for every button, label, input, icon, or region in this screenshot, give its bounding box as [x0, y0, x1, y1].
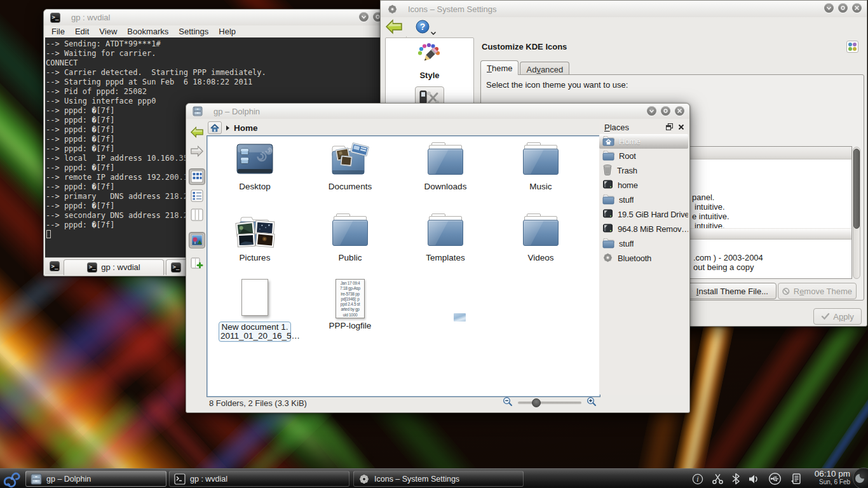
maximize-button[interactable] — [838, 3, 848, 13]
list-item-fragment: intuitive. — [695, 202, 725, 212]
places-item-label: 964.8 MiB Remov… — [618, 224, 688, 234]
menu-settings[interactable]: Settings — [173, 25, 214, 37]
app-launcher-button[interactable] — [1, 470, 23, 488]
device-notifier-icon[interactable] — [768, 472, 782, 485]
split-view-icon — [191, 257, 203, 269]
menu-file[interactable]: File — [46, 25, 70, 37]
volume-icon[interactable] — [748, 473, 760, 485]
icons-view-button[interactable] — [189, 168, 205, 185]
konsole-titlebar[interactable]: >_ gp : wvdial — [44, 10, 402, 25]
clipboard-scissors-icon[interactable] — [712, 473, 724, 485]
svg-text:?: ? — [420, 22, 426, 32]
file-item[interactable]: Music — [493, 142, 588, 191]
menu-help[interactable]: Help — [214, 25, 241, 37]
terminal-line: --> Pid of pppd: 25082 — [46, 87, 400, 97]
zoom-in-button[interactable] — [587, 396, 597, 409]
stray-thumbnail — [454, 313, 466, 322]
scrollbar-thumb[interactable] — [853, 149, 860, 229]
sidebar-item-style[interactable]: Style — [386, 38, 473, 80]
notifications-icon[interactable]: i — [692, 473, 703, 485]
printer-queue-icon[interactable] — [790, 473, 802, 485]
close-button[interactable] — [675, 106, 684, 116]
file-item[interactable]: Downloads — [398, 142, 493, 191]
dolphin-window-title: gp – Dolphin — [214, 107, 260, 116]
back-button[interactable] — [189, 124, 205, 140]
forward-button[interactable] — [189, 143, 205, 159]
places-item-trash[interactable]: Trash — [599, 163, 688, 178]
places-item-home[interactable]: Home — [599, 134, 688, 149]
system-settings-titlebar[interactable]: Icons – System Settings — [381, 1, 867, 17]
file-item[interactable]: Videos — [493, 214, 588, 262]
columns-view-button[interactable] — [189, 207, 205, 223]
home-button[interactable] — [208, 121, 222, 134]
places-item-bluetooth[interactable]: Bluetooth — [599, 251, 688, 266]
home-icon — [210, 124, 219, 132]
minimize-button[interactable] — [359, 12, 369, 22]
style-pencil-icon — [416, 42, 444, 67]
maximize-button[interactable] — [661, 106, 670, 116]
apply-button-label: Apply — [833, 312, 854, 322]
menu-bookmarks[interactable]: Bookmarks — [122, 25, 173, 37]
system-settings-toolbar: ? — [381, 17, 867, 37]
new-tab-button[interactable]: >_ — [48, 259, 62, 273]
taskbar-task-gp-wvdial[interactable]: gp : wvdial — [169, 471, 349, 487]
places-item-stuff[interactable]: stuff — [599, 193, 688, 207]
scrollbar[interactable] — [853, 147, 860, 279]
menu-edit[interactable]: Edit — [70, 25, 94, 37]
file-icon — [493, 214, 588, 252]
file-item[interactable]: Public — [302, 214, 398, 262]
task-label: gp : wvdial — [190, 475, 227, 484]
breadcrumb-location[interactable]: Home — [234, 123, 258, 133]
system-settings-window-title: Icons – System Settings — [408, 4, 496, 14]
back-button[interactable] — [384, 18, 403, 37]
split-view-button[interactable] — [189, 255, 205, 271]
places-item-964-8-mib-remov-[interactable]: 964.8 MiB Remov… — [599, 222, 688, 236]
places-item-root[interactable]: Root — [599, 149, 688, 163]
terminal-cursor — [46, 230, 51, 238]
file-item-label: PPP-logfile — [329, 322, 372, 330]
dolphin-titlebar[interactable]: gp – Dolphin — [186, 104, 689, 119]
minimize-button[interactable] — [824, 3, 834, 13]
menu-view[interactable]: View — [94, 25, 122, 37]
taskbar-task-gp-dolphin[interactable]: gp – Dolphin — [25, 471, 166, 487]
panel-toolbox-cashew[interactable] — [853, 468, 868, 488]
minimize-button[interactable] — [647, 106, 656, 116]
tab-advanced[interactable]: Advanced — [520, 62, 569, 75]
details-view-button[interactable] — [189, 187, 205, 204]
place-icon — [602, 194, 614, 207]
places-float-button[interactable] — [666, 123, 673, 132]
digital-clock[interactable]: 06:10 pm Sun, 6 Feb — [815, 470, 850, 488]
tab-theme[interactable]: Theme — [480, 60, 519, 75]
file-item[interactable]: Jan 17 09:47:18 gp-Aspire-5738 pppd[1946… — [302, 279, 398, 330]
zoom-slider[interactable] — [518, 402, 581, 404]
file-item[interactable]: Pictures — [207, 214, 302, 262]
file-item[interactable]: New document 1.2011_01_20_16_5… — [207, 279, 302, 342]
description-line: out being a copy — [693, 262, 851, 272]
zoom-out-button[interactable] — [503, 396, 513, 409]
place-icon — [602, 252, 613, 265]
remove-theme-button[interactable]: Remove Theme — [778, 283, 857, 299]
apply-button[interactable]: Apply — [813, 308, 862, 325]
distro-logo-icon — [1, 470, 23, 488]
folder-view[interactable]: Desktop Document — [207, 135, 600, 397]
zoom-slider-handle[interactable] — [532, 398, 541, 407]
terminal-line: --> Starting pppd at Sun Feb 6 18:08:22 … — [46, 78, 400, 87]
places-item-19-5-gib-hard-drive[interactable]: 19.5 GiB Hard Drive — [599, 207, 688, 222]
close-button[interactable] — [852, 3, 862, 13]
file-icon — [207, 279, 302, 320]
breadcrumb: Home — [208, 121, 258, 134]
place-icon — [602, 179, 613, 191]
dolphin-breadcrumb-bar: Home — [205, 119, 600, 137]
file-item[interactable]: Desktop — [207, 142, 302, 191]
bluetooth-icon[interactable] — [732, 473, 740, 485]
places-item-home[interactable]: home — [599, 178, 688, 193]
places-item-label: 19.5 GiB Hard Drive — [618, 210, 688, 219]
places-item-stuff[interactable]: stuff — [599, 236, 688, 251]
help-button[interactable]: ? — [415, 19, 430, 36]
file-item[interactable]: Documents — [302, 142, 398, 191]
preview-button[interactable] — [189, 232, 205, 248]
file-item[interactable]: Templates — [398, 214, 493, 262]
konsole-tab[interactable]: >_ gp : wvdial — [64, 259, 164, 275]
taskbar-task-icons-system-settings[interactable]: Icons – System Settings — [353, 471, 524, 487]
places-close-button[interactable] — [678, 123, 684, 132]
